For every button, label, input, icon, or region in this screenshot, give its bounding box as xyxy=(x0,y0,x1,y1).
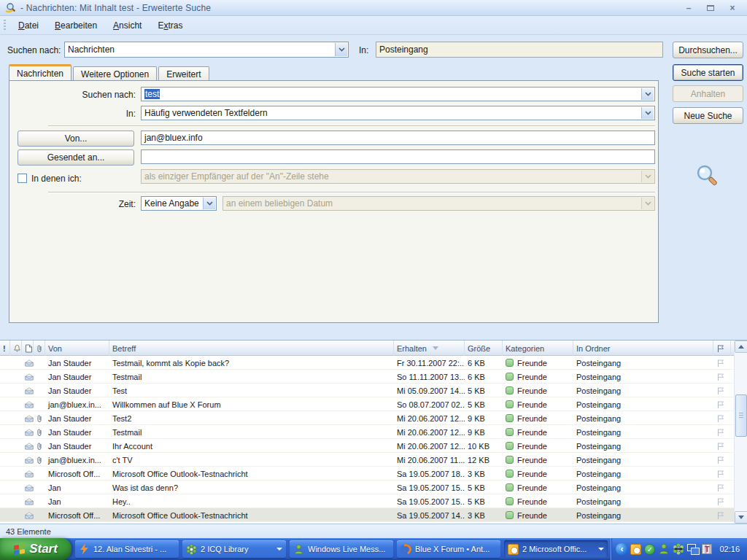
icq-flower-icon xyxy=(186,544,197,555)
taskbar-clock: 02:16 xyxy=(719,545,740,553)
security-check-icon[interactable]: ✓ xyxy=(644,544,655,555)
chevron-down-icon[interactable] xyxy=(335,43,347,56)
flag-column-header[interactable] xyxy=(713,341,731,356)
menu-ansicht[interactable]: Ansicht xyxy=(107,18,148,33)
menu-extras[interactable]: Extras xyxy=(151,18,189,33)
message-row[interactable]: Jan Was ist das denn? Sa 19.05.2007 15..… xyxy=(0,481,747,494)
network-connection-icon[interactable] xyxy=(687,543,699,555)
time-combobox[interactable]: Keine Angabe xyxy=(141,196,217,211)
from-button[interactable]: Von... xyxy=(18,131,134,147)
ordner-cell: Posteingang xyxy=(573,453,713,467)
erhalten-cell: Mi 20.06.2007 12... xyxy=(394,439,465,453)
sent-to-field[interactable] xyxy=(141,149,655,164)
item-type-column-header[interactable] xyxy=(22,341,34,356)
outlook-tray-icon[interactable] xyxy=(630,544,641,555)
search-type-combobox[interactable]: Nachrichten xyxy=(64,42,349,58)
chevron-down-icon[interactable] xyxy=(641,107,654,119)
flag-icon xyxy=(716,400,724,409)
importance-column-header[interactable]: ! xyxy=(0,341,10,356)
message-row[interactable]: Jan Hey.. Sa 19.05.2007 15... 5 KB Freun… xyxy=(0,494,747,508)
tab-nachrichten[interactable]: Nachrichten xyxy=(9,64,71,80)
taskbar-item-messenger[interactable]: Windows Live Mess... xyxy=(290,540,393,558)
stop-button: Anhalten xyxy=(673,85,743,102)
menu-datei[interactable]: Datei xyxy=(12,18,45,33)
importance-cell xyxy=(0,384,10,397)
flag-cell[interactable] xyxy=(713,494,731,508)
tab-weitere-optionen[interactable]: Weitere Optionen xyxy=(73,66,157,80)
scrollbar-thumb[interactable] xyxy=(735,394,747,437)
ordner-cell: Posteingang xyxy=(573,370,713,384)
flag-cell[interactable] xyxy=(713,411,731,425)
erhalten-cell: Mi 05.09.2007 14... xyxy=(394,384,465,397)
minimize-button[interactable]: – xyxy=(683,3,694,13)
group-dropdown-icon[interactable] xyxy=(598,548,604,551)
flag-cell[interactable] xyxy=(713,425,731,439)
in-ordner-column-header[interactable]: In Ordner xyxy=(573,341,713,356)
sort-descending-icon xyxy=(433,346,438,350)
message-row[interactable]: Jan Stauder Testmail, kommt als Kopie ba… xyxy=(0,356,747,370)
message-row[interactable]: Jan Stauder Test2 Mi 20.06.2007 12... 9 … xyxy=(0,411,747,425)
tab-erweitert[interactable]: Erweitert xyxy=(158,66,209,80)
message-row[interactable]: Jan Stauder Ihr Account Mi 20.06.2007 12… xyxy=(0,439,747,453)
taskbar-item-firefox[interactable]: Blue X Forum • Ant... xyxy=(397,540,500,558)
search-folder-field[interactable]: Posteingang xyxy=(376,42,663,58)
message-row[interactable]: jan@bluex.in... Willkommen auf Blue X Fo… xyxy=(0,397,747,411)
flag-cell[interactable] xyxy=(713,397,731,411)
attachment-cell xyxy=(34,508,45,522)
reminder-bell-column-header[interactable] xyxy=(10,341,22,356)
hide-icons-chevron[interactable]: ‹ xyxy=(616,543,627,555)
message-row[interactable]: jan@bluex.in... c't TV Mi 20.06.2007 11.… xyxy=(0,453,747,467)
toolbar-grip[interactable] xyxy=(4,20,6,31)
where-i-checkbox[interactable] xyxy=(18,174,27,183)
browse-button[interactable]: Durchsuchen... xyxy=(673,42,743,58)
message-row[interactable]: Microsoft Off... Microsoft Office Outloo… xyxy=(0,467,747,481)
close-button[interactable]: × xyxy=(727,3,738,13)
start-button[interactable]: Start xyxy=(0,538,71,560)
chevron-down-icon[interactable] xyxy=(203,198,215,209)
flag-cell[interactable] xyxy=(713,370,731,384)
flag-cell[interactable] xyxy=(713,453,731,467)
search-fields-combobox[interactable]: Häufig verwendeten Textfeldern xyxy=(141,106,655,120)
kategorien-column-header[interactable]: Kategorien xyxy=(503,341,573,356)
scroll-up-button[interactable] xyxy=(735,341,747,353)
von-column-header[interactable]: Von xyxy=(45,341,109,356)
attachment-column-header[interactable] xyxy=(34,341,45,356)
group-dropdown-icon[interactable] xyxy=(276,548,282,551)
scroll-down-button[interactable] xyxy=(735,511,747,524)
flag-icon xyxy=(716,456,724,464)
taskbar-item-winamp[interactable]: 12. Alan Silvestri - ... xyxy=(75,540,179,558)
flag-cell[interactable] xyxy=(713,439,731,453)
vertical-scrollbar[interactable] xyxy=(734,341,747,524)
ordner-cell: Posteingang xyxy=(573,467,713,481)
betreff-cell: Test2 xyxy=(109,411,394,425)
message-row[interactable]: Jan Stauder Test Mi 05.09.2007 14... 5 K… xyxy=(0,384,747,397)
new-search-button[interactable]: Neue Suche xyxy=(673,107,743,124)
taskbar-item-icq[interactable]: 2 ICQ Library xyxy=(182,540,286,558)
betreff-column-header[interactable]: Betreff xyxy=(109,341,394,356)
flag-cell[interactable] xyxy=(713,481,731,494)
flag-cell[interactable] xyxy=(713,356,731,370)
message-row[interactable]: Microsoft Off... Microsoft Office Outloo… xyxy=(0,508,747,522)
attachment-cell xyxy=(34,494,45,508)
sent-to-button[interactable]: Gesendet an... xyxy=(18,149,134,166)
maximize-button[interactable] xyxy=(705,3,716,13)
start-search-button[interactable]: Suche starten xyxy=(673,64,743,81)
groesse-column-header[interactable]: Größe xyxy=(465,341,503,356)
search-text-combobox[interactable]: test xyxy=(141,87,655,101)
form-search-label: Suchen nach: xyxy=(48,90,136,100)
message-row[interactable]: Jan Stauder Testmail Mi 20.06.2007 12...… xyxy=(0,425,747,439)
flag-cell[interactable] xyxy=(713,508,731,522)
erhalten-column-header[interactable]: Erhalten xyxy=(394,341,465,356)
from-field[interactable]: jan@bluex.info xyxy=(141,131,655,145)
flag-cell[interactable] xyxy=(713,467,731,481)
menu-bearbeiten[interactable]: Bearbeiten xyxy=(48,18,104,33)
chevron-down-icon[interactable] xyxy=(641,88,654,100)
messenger-tray-icon[interactable] xyxy=(658,543,670,555)
taskbar-item-outlook[interactable]: 2 Microsoft Offic... xyxy=(504,540,608,558)
flag-cell[interactable] xyxy=(713,384,731,397)
importance-cell xyxy=(0,397,10,411)
t-online-icon[interactable]: T xyxy=(702,544,712,554)
message-row[interactable]: Jan Stauder Testmail So 11.11.2007 13...… xyxy=(0,370,747,384)
mail-icon-cell xyxy=(22,453,34,467)
icq-offline-icon[interactable] xyxy=(673,543,684,555)
